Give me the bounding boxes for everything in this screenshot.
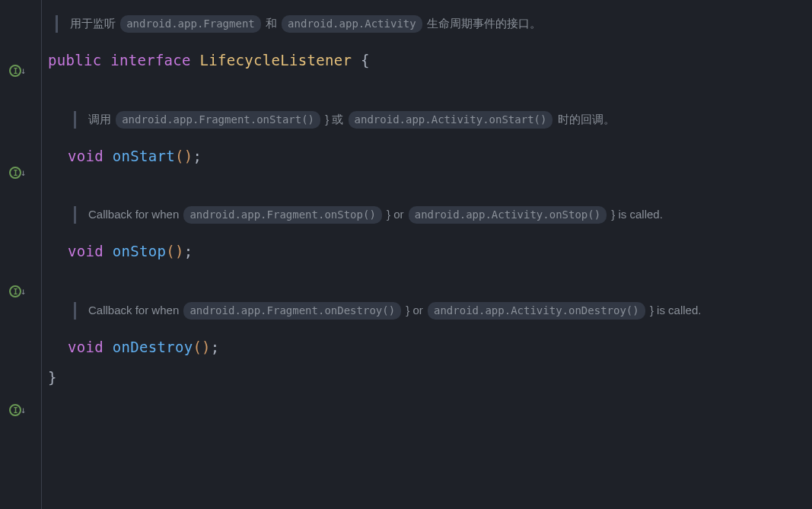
down-arrow-icon: ↓ <box>21 403 26 417</box>
doc-text: 和 <box>266 17 277 30</box>
doc-text: } 或 <box>325 113 343 126</box>
parentheses: () <box>193 339 210 355</box>
open-brace: { <box>361 52 370 68</box>
implement-icon[interactable]: I↓ <box>9 62 32 79</box>
parentheses: () <box>166 243 183 259</box>
implement-icon[interactable]: I↓ <box>9 402 32 418</box>
code-reference-chip[interactable]: android.app.Activity.onStart() <box>349 111 553 129</box>
doc-text: 用于监听 <box>70 17 116 30</box>
close-brace: } <box>48 367 57 389</box>
method-ondestroy: void onDestroy(); <box>42 335 812 360</box>
doc-text: 调用 <box>88 113 111 126</box>
circle-i-icon: I <box>9 167 21 179</box>
parentheses: () <box>175 148 193 164</box>
code-reference-chip[interactable]: android.app.Fragment.onStart() <box>116 111 320 129</box>
method-doc-comment: Callback for when android.app.Fragment.o… <box>42 205 812 225</box>
semicolon: ; <box>211 339 220 355</box>
method-onstart: void onStart(); <box>42 144 812 169</box>
semicolon: ; <box>184 243 193 259</box>
doc-text: } or <box>406 304 423 317</box>
code-editor: I↓ I↓ I↓ I↓ 用于监听 android.app.Fragment 和 … <box>0 0 812 509</box>
down-arrow-icon: ↓ <box>21 285 26 298</box>
keyword-void: void <box>68 243 103 259</box>
method-onstop: void onStop(); <box>42 239 812 264</box>
implement-icon[interactable]: I↓ <box>9 283 32 300</box>
doc-text: Callback for when <box>88 208 179 221</box>
keyword-public: public <box>48 52 101 68</box>
code-reference-chip[interactable]: android.app.Activity.onStop() <box>409 206 607 224</box>
type-name: LifecycleListener <box>200 52 352 68</box>
keyword-interface: interface <box>110 52 191 68</box>
code-reference-chip[interactable]: android.app.Fragment <box>120 15 261 33</box>
doc-text: Callback for when <box>88 304 179 317</box>
keyword-void: void <box>68 148 103 164</box>
class-doc-comment: 用于监听 android.app.Fragment 和 android.app.… <box>42 14 812 34</box>
close-brace-line: } <box>42 365 812 390</box>
doc-text: } or <box>387 208 404 221</box>
editor-gutter: I↓ I↓ I↓ I↓ <box>0 0 42 509</box>
method-name: onStop <box>113 243 166 259</box>
method-name: onDestroy <box>113 339 193 355</box>
implement-icon[interactable]: I↓ <box>9 164 32 181</box>
code-reference-chip[interactable]: android.app.Fragment.onDestroy() <box>183 302 401 320</box>
semicolon: ; <box>193 148 202 164</box>
down-arrow-icon: ↓ <box>21 166 26 180</box>
doc-text: 时的回调。 <box>558 113 615 126</box>
doc-text: } is called. <box>650 304 702 317</box>
circle-i-icon: I <box>9 65 21 77</box>
method-doc-comment: Callback for when android.app.Fragment.o… <box>42 301 812 321</box>
code-reference-chip[interactable]: android.app.Activity <box>282 15 422 33</box>
down-arrow-icon: ↓ <box>21 64 26 78</box>
doc-text: } is called. <box>611 208 663 221</box>
code-content[interactable]: 用于监听 android.app.Fragment 和 android.app.… <box>42 0 812 509</box>
code-reference-chip[interactable]: android.app.Activity.onDestroy() <box>428 302 645 320</box>
method-doc-comment: 调用 android.app.Fragment.onStart() } 或 an… <box>42 110 812 130</box>
interface-declaration: public interface LifecycleListener { <box>42 48 812 73</box>
doc-text: 生命周期事件的接口。 <box>427 17 541 30</box>
circle-i-icon: I <box>9 285 21 297</box>
method-name: onStart <box>113 148 175 164</box>
circle-i-icon: I <box>9 404 21 416</box>
code-reference-chip[interactable]: android.app.Fragment.onStop() <box>183 206 381 224</box>
keyword-void: void <box>68 339 103 355</box>
